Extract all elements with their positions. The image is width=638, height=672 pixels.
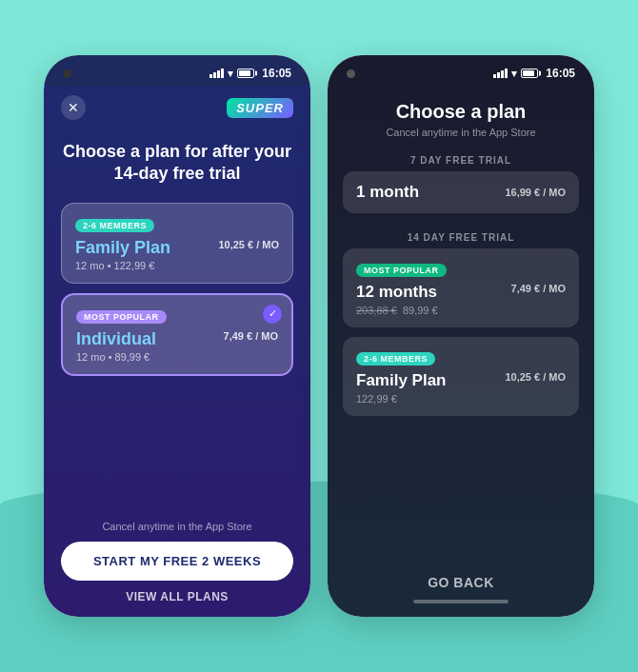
seven-day-trial-label: 7 DAY FREE TRIAL: [343, 155, 579, 166]
battery-icon: [237, 69, 254, 78]
right-members-badge: 2-6 MEMBERS: [356, 352, 435, 366]
individual-plan-sub: 12 mo • 89,99 €: [76, 351, 278, 363]
selected-checkmark: ✓: [263, 305, 282, 324]
right-family-plan-sub: 122,99 €: [356, 393, 566, 405]
strikethrough-price: 203,88 €: [356, 305, 397, 316]
right-phone-body: Choose a plan Cancel anytime in the App …: [328, 86, 594, 617]
left-status-icons: ▾ 16:05: [209, 67, 291, 80]
popular-badge: MOST POPULAR: [76, 310, 167, 324]
wifi-icon: ▾: [228, 68, 233, 80]
right-signal-bars-icon: [493, 69, 508, 78]
go-back-button[interactable]: GO BACK: [343, 563, 579, 594]
left-time: 16:05: [262, 67, 291, 80]
family-plan-sub: 12 mo • 122,99 €: [75, 260, 279, 271]
left-top-bar: ✕ SUPER: [61, 86, 293, 128]
one-month-price: 16,99 € / MO: [505, 187, 566, 198]
individual-plan-price: 7,49 € / MO: [224, 331, 278, 343]
view-all-plans-button[interactable]: VIEW ALL PLANS: [61, 590, 293, 603]
close-button[interactable]: ✕: [61, 95, 86, 120]
members-badge: 2-6 MEMBERS: [75, 219, 154, 232]
right-time: 16:05: [546, 67, 575, 80]
left-phone: ▾ 16:05 ✕ SUPER Choose a plan for after …: [44, 55, 310, 617]
right-phone: ▾ 16:05 Choose a plan Cancel anytime in …: [328, 55, 594, 617]
left-camera: [63, 69, 71, 78]
right-family-plan-price: 10,25 € / MO: [505, 371, 566, 383]
home-indicator: [413, 600, 508, 603]
left-status-bar: ▾ 16:05: [44, 55, 310, 86]
twelve-months-card[interactable]: MOST POPULAR 12 months 203,88 € 89,99 € …: [343, 248, 579, 327]
family-plan-card-right[interactable]: 2-6 MEMBERS Family Plan 122,99 € 10,25 €…: [343, 337, 579, 416]
left-cancel-text: Cancel anytime in the App Store: [61, 511, 293, 532]
right-status-bar: ▾ 16:05: [328, 55, 594, 86]
twelve-months-price: 7,49 € / MO: [511, 283, 566, 294]
family-plan-price: 10,25 € / MO: [218, 240, 279, 251]
right-title: Choose a plan: [343, 101, 579, 123]
family-plan-card-left[interactable]: 2-6 MEMBERS Family Plan 12 mo • 122,99 €…: [61, 203, 293, 284]
super-badge: SUPER: [227, 98, 293, 118]
right-battery-icon: [521, 69, 538, 78]
right-subtitle: Cancel anytime in the App Store: [343, 127, 579, 138]
right-popular-badge: MOST POPULAR: [356, 264, 447, 277]
phones-container: ▾ 16:05 ✕ SUPER Choose a plan for after …: [44, 55, 594, 617]
left-phone-body: ✕ SUPER Choose a plan for after your 14-…: [44, 86, 310, 617]
right-wifi-icon: ▾: [511, 68, 517, 80]
start-free-weeks-button[interactable]: START MY FREE 2 WEEKS: [61, 542, 293, 581]
fourteen-day-trial-label: 14 DAY FREE TRIAL: [343, 232, 579, 243]
individual-plan-card-left[interactable]: MOST POPULAR Individual 12 mo • 89,99 € …: [61, 293, 293, 376]
right-header: Choose a plan Cancel anytime in the App …: [343, 86, 579, 146]
left-headline: Choose a plan for after your 14-day free…: [61, 141, 293, 186]
right-camera: [347, 69, 355, 78]
twelve-months-sub: 203,88 € 89,99 €: [356, 305, 566, 316]
signal-bars-icon: [209, 69, 224, 78]
one-month-card[interactable]: 1 month 16,99 € / MO: [343, 171, 579, 213]
right-status-icons: ▾ 16:05: [493, 67, 575, 80]
